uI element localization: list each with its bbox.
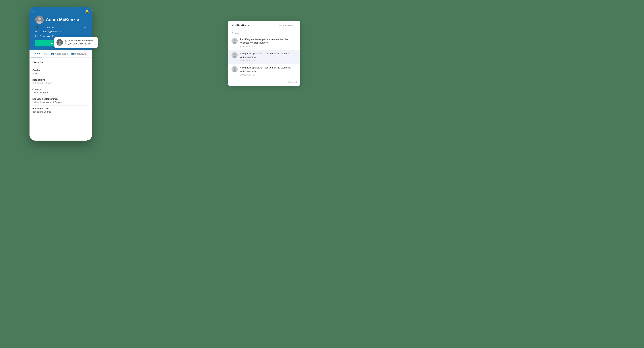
- svg-point-13: [234, 67, 236, 70]
- email-contact-row: ✉ example@email.com: [35, 30, 86, 33]
- gender-label: Gender: [32, 69, 89, 72]
- education-level-label: Education Level: [32, 107, 89, 110]
- tab-applications[interactable]: 2 Applications: [49, 50, 70, 57]
- edit-icon[interactable]: ✏: [84, 26, 86, 29]
- profile-name: Adam McKenzie: [46, 17, 79, 22]
- tab-details[interactable]: Details: [31, 50, 42, 57]
- dob-field: Date of Birth Select date of birth: [32, 77, 89, 86]
- phone-number: 07123456789: [40, 26, 54, 29]
- notification-text-2: New public application received for the …: [240, 52, 297, 59]
- country-field: Country United Kingdom: [32, 86, 89, 96]
- phone-top-bar: ← ⋮ 🔔: [32, 9, 89, 13]
- mark-all-read-button[interactable]: Mark all Read →: [279, 24, 297, 27]
- linkedin-icon[interactable]: in: [35, 34, 38, 38]
- notification-item-1[interactable]: Paul King mentioned you in a comment on …: [228, 36, 300, 50]
- notifications-footer: View All: [228, 78, 300, 86]
- education-level-value: Bachelors Degree: [32, 110, 89, 113]
- svg-point-4: [59, 41, 61, 43]
- notification-avatar-2: [232, 52, 238, 58]
- notifications-header: Notifications Mark all Read →: [228, 21, 300, 30]
- phone-icon: 📱: [35, 26, 38, 29]
- notification-time-1: 24/01/2019 15:28: [240, 45, 297, 47]
- email-address: example@email.com: [40, 30, 62, 33]
- country-value: United Kingdom: [32, 91, 89, 94]
- education-level-field: Education Level Bachelors Degree: [32, 106, 89, 115]
- notification-time-2: 24/01/2019 15:10: [240, 59, 297, 62]
- dob-value: Select date of birth: [32, 82, 89, 84]
- tab-interviews[interactable]: 1 Interviews: [70, 50, 88, 57]
- comment-avatar: [56, 39, 63, 46]
- arrow-right-icon: →: [294, 24, 297, 27]
- education-establishment-value: University of West of England: [32, 101, 89, 104]
- twitter-icon[interactable]: 𝕏: [43, 34, 45, 38]
- notification-text-3: New public application received for the …: [240, 66, 297, 73]
- details-title: Details: [32, 60, 89, 64]
- more-icon[interactable]: ⋮: [79, 9, 82, 13]
- phone-frame: ← ⋮ 🔔 Adam McKenzie 📱 07123456789: [30, 7, 92, 141]
- bell-icon[interactable]: 🔔: [85, 9, 89, 13]
- notification-item-3[interactable]: New public application received for the …: [228, 64, 300, 78]
- website-icon[interactable]: ⊕: [52, 34, 54, 38]
- details-panel: Details Gender Male Date of Birth Select…: [30, 58, 92, 141]
- notifications-panel: Notifications Mark all Read → Previous P…: [228, 21, 300, 86]
- gender-value: Male: [32, 72, 89, 75]
- svg-point-1: [38, 17, 41, 20]
- notification-content-1: Paul King mentioned you in a comment on …: [240, 38, 297, 47]
- comment-text: @John this guy could be good for your Ch…: [65, 39, 96, 45]
- svg-point-10: [234, 53, 236, 55]
- avatar: [35, 15, 44, 24]
- notifications-title: Notifications: [232, 24, 249, 27]
- notification-content-3: New public application received for the …: [240, 66, 297, 76]
- dob-label: Date of Birth: [32, 79, 89, 81]
- gender-field: Gender Male: [32, 67, 89, 77]
- notification-item-2[interactable]: New public application received for the …: [228, 50, 300, 64]
- notification-avatar-3: [232, 66, 238, 72]
- country-label: Country: [32, 88, 89, 91]
- back-icon[interactable]: ←: [32, 9, 36, 13]
- tabs-row: Details CV 2 Applications 1 Interviews: [30, 50, 92, 58]
- facebook-icon[interactable]: f: [40, 34, 40, 38]
- notification-time-3: 24/01/2019 14:57: [240, 74, 297, 76]
- email-icon: ✉: [35, 30, 38, 33]
- education-establishment-label: Education Establishment: [32, 98, 89, 100]
- comment-bubble: @John this guy could be good for your Ch…: [54, 37, 98, 48]
- instagram-icon[interactable]: ◉: [47, 34, 50, 38]
- notification-avatar-1: [232, 38, 238, 44]
- view-all-button[interactable]: View All: [288, 81, 297, 83]
- notifications-section-label: Previous: [228, 30, 300, 36]
- notification-content-2: New public application received for the …: [240, 52, 297, 62]
- svg-point-7: [234, 39, 236, 41]
- phone-top-right-icons: ⋮ 🔔: [79, 9, 89, 13]
- profile-row: Adam McKenzie: [35, 15, 86, 24]
- education-establishment-field: Education Establishment University of We…: [32, 96, 89, 106]
- notification-text-1: Paul King mentioned you in a comment on …: [240, 38, 297, 45]
- phone-contact-row: 📱 07123456789 ✏: [35, 26, 86, 29]
- tab-cv[interactable]: CV: [42, 50, 49, 57]
